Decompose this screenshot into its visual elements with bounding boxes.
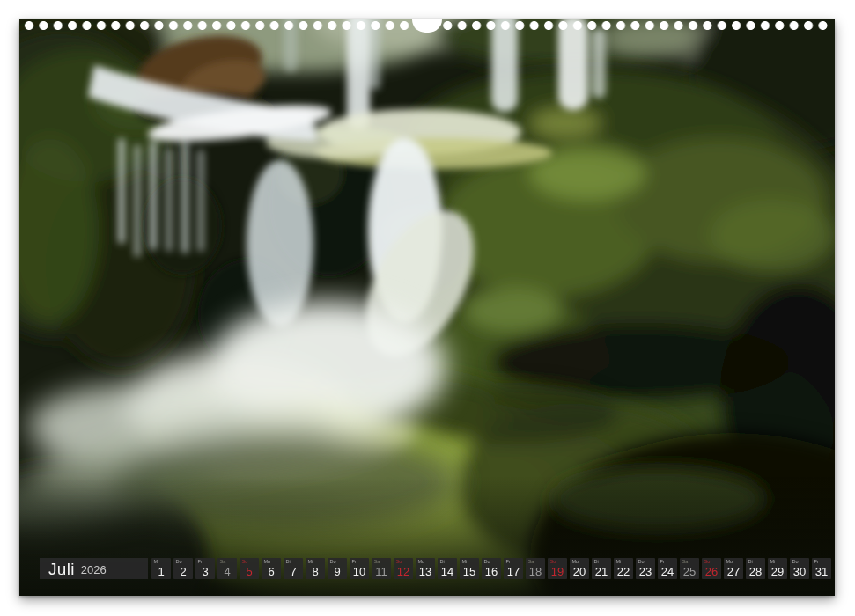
weekday-label: Do	[330, 559, 336, 564]
day-cell: Mi29	[768, 558, 787, 579]
calendar-sheet: Juli 2026 Mi1Do2Fr3Sa4So5Mo6Di7Mi8Do9Fr1…	[19, 19, 835, 596]
day-number: 12	[394, 566, 413, 577]
day-cell: Mi8	[306, 558, 325, 579]
day-number: 16	[482, 566, 501, 577]
day-cell: So5	[240, 558, 259, 579]
day-number: 28	[746, 566, 765, 577]
day-cell: Sa18	[526, 558, 545, 579]
weekday-label: Mi	[616, 559, 622, 564]
weekday-label: Mo	[572, 559, 579, 564]
day-cell: Mi22	[614, 558, 633, 579]
day-cell: So26	[702, 558, 721, 579]
day-number: 25	[680, 566, 699, 577]
day-cell: Sa25	[680, 558, 699, 579]
weekday-label: Mo	[726, 559, 733, 564]
day-number: 23	[636, 566, 655, 577]
day-cell: Di28	[746, 558, 765, 579]
day-number: 1	[151, 566, 171, 577]
day-number: 22	[614, 566, 633, 577]
day-number: 18	[526, 566, 545, 577]
weekday-label: So	[550, 559, 556, 564]
day-cell: Fr10	[350, 558, 369, 579]
day-number: 3	[195, 566, 215, 577]
weekday-label: Mi	[462, 559, 468, 564]
day-number: 26	[702, 566, 721, 577]
day-number: 14	[438, 566, 457, 577]
weekday-label: Fr	[660, 559, 665, 564]
weekday-label: So	[704, 559, 711, 564]
weekday-label: So	[396, 559, 402, 564]
weekday-label: Fr	[198, 559, 203, 564]
day-number: 30	[790, 566, 809, 577]
day-number: 15	[460, 566, 479, 577]
day-number: 24	[658, 566, 677, 577]
day-number: 13	[416, 566, 435, 577]
day-number: 17	[504, 566, 523, 577]
weekday-label: Sa	[528, 559, 534, 564]
day-number: 5	[240, 566, 259, 577]
day-cell: Mo27	[724, 558, 743, 579]
day-number: 29	[768, 566, 787, 577]
day-number: 9	[328, 566, 347, 577]
day-cell: Fr17	[504, 558, 523, 579]
day-number: 2	[173, 566, 193, 577]
date-strip: Juli 2026 Mi1Do2Fr3Sa4So5Mo6Di7Mi8Do9Fr1…	[19, 558, 835, 579]
day-cell: Di21	[592, 558, 611, 579]
day-cell: Do16	[482, 558, 501, 579]
day-cell: Sa11	[372, 558, 391, 579]
day-cell: Do9	[328, 558, 347, 579]
weekday-label: Di	[748, 559, 753, 564]
day-cell: Do30	[790, 558, 809, 579]
day-cell: Di7	[284, 558, 303, 579]
day-cell: So12	[394, 558, 413, 579]
day-cell: Mo6	[262, 558, 281, 579]
weekday-label: Di	[440, 559, 445, 564]
weekday-label: Mo	[264, 559, 271, 564]
weekday-label: Do	[176, 559, 182, 564]
weekday-label: Fr	[814, 559, 819, 564]
weekday-label: So	[242, 559, 248, 564]
day-cell: Mi15	[460, 558, 479, 579]
weekday-label: Sa	[220, 559, 226, 564]
day-number: 4	[217, 566, 237, 577]
day-number: 8	[306, 566, 325, 577]
year-label: 2026	[81, 562, 107, 576]
weekday-label: Fr	[506, 559, 511, 564]
weekday-label: Di	[286, 559, 291, 564]
day-cell: Mi1	[151, 558, 171, 579]
day-number: 27	[724, 566, 743, 577]
day-cell: Mo13	[416, 558, 435, 579]
weekday-label: Do	[792, 559, 799, 564]
weekday-label: Sa	[374, 559, 380, 564]
day-number: 6	[262, 566, 281, 577]
weekday-label: Mi	[770, 559, 776, 564]
day-number: 21	[592, 566, 611, 577]
day-cell: Do2	[173, 558, 193, 579]
waterfall-photo	[19, 19, 835, 596]
weekday-label: Mi	[308, 559, 313, 564]
month-label-box: Juli 2026	[40, 558, 148, 579]
weekday-label: Do	[638, 559, 645, 564]
day-cells-row: Mi1Do2Fr3Sa4So5Mo6Di7Mi8Do9Fr10Sa11So12M…	[151, 558, 831, 579]
weekday-label: Fr	[352, 559, 357, 564]
weekday-label: Di	[594, 559, 599, 564]
month-name: Juli	[48, 561, 75, 577]
day-cell: Do23	[636, 558, 655, 579]
day-number: 7	[284, 566, 303, 577]
weekday-label: Mo	[418, 559, 425, 564]
weekday-label: Mi	[154, 559, 159, 564]
day-number: 20	[570, 566, 589, 577]
day-cell: Sa4	[217, 558, 237, 579]
weekday-label: Sa	[682, 559, 689, 564]
day-number: 11	[372, 566, 391, 577]
weekday-label: Do	[484, 559, 490, 564]
day-cell: Di14	[438, 558, 457, 579]
day-cell: So19	[548, 558, 567, 579]
day-cell: Fr3	[195, 558, 215, 579]
day-cell: Fr24	[658, 558, 677, 579]
day-cell: Fr31	[812, 558, 831, 579]
day-cell: Mo20	[570, 558, 589, 579]
day-number: 10	[350, 566, 369, 577]
day-number: 19	[548, 566, 567, 577]
day-number: 31	[812, 566, 831, 577]
